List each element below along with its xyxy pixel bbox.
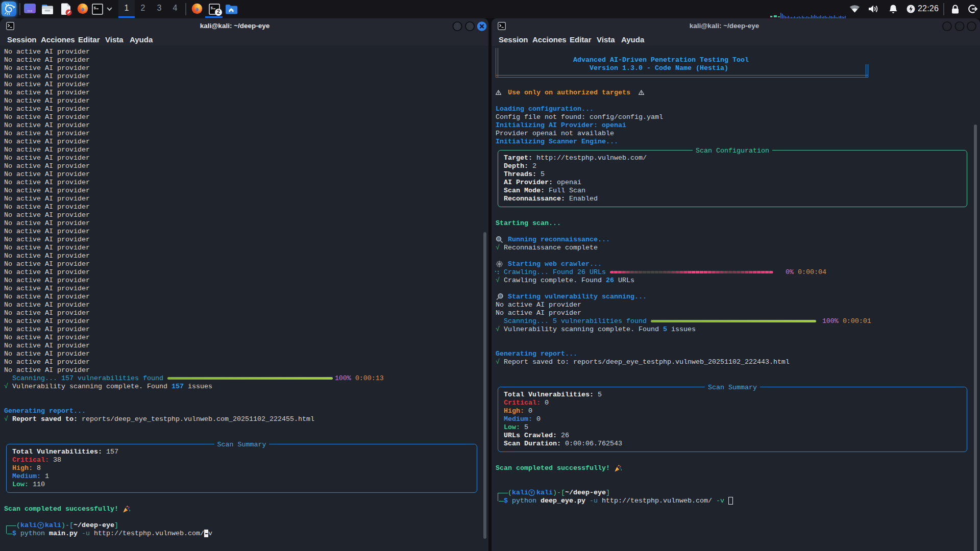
svg-text:$: $ xyxy=(210,6,213,10)
svg-text:$: $ xyxy=(93,6,96,10)
